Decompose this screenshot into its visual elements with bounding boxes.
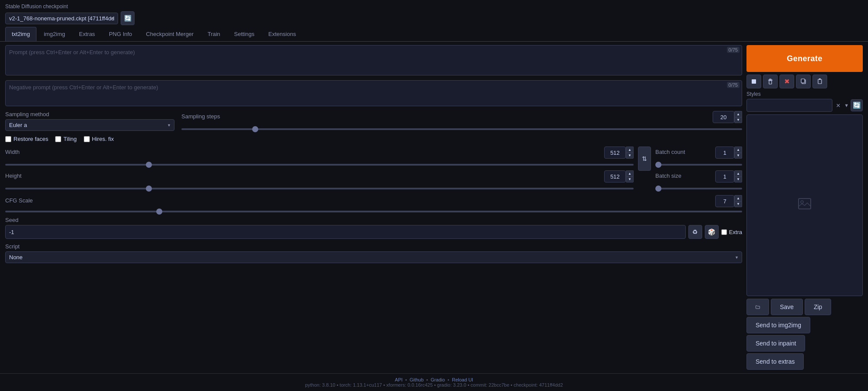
send-to-extras-btn[interactable]: Send to extras (746, 353, 804, 370)
negative-prompt-textarea[interactable] (5, 80, 742, 106)
tab-train[interactable]: Train (201, 27, 227, 41)
negative-prompt-counter: 0/75 (727, 82, 740, 88)
batch-size-value: ▲ ▼ (715, 170, 742, 182)
script-section: Script None (5, 243, 742, 263)
copy-btn[interactable] (796, 75, 811, 88)
sampling-steps-value: ▲ ▼ (713, 111, 742, 123)
width-input[interactable] (604, 147, 626, 159)
checkpoint-label: Stable Diffusion checkpoint (5, 3, 863, 10)
image-preview (746, 114, 863, 296)
cfg-up[interactable]: ▲ (734, 195, 742, 201)
width-up[interactable]: ▲ (626, 147, 634, 153)
batch-count-slider[interactable] (655, 164, 742, 166)
width-down[interactable]: ▼ (626, 153, 634, 159)
right-panel: Generate ✖ (746, 45, 863, 370)
width-slider[interactable] (5, 164, 634, 166)
left-panel: 0/75 0/75 Sampling method Euler a (5, 45, 742, 370)
extra-checkbox[interactable]: Extra (721, 229, 742, 235)
footer-api-link[interactable]: API (395, 377, 403, 382)
height-value: ▲ ▼ (604, 170, 634, 182)
interrupt-btn[interactable] (746, 75, 761, 88)
seed-input[interactable] (5, 225, 686, 239)
batch-count-down[interactable]: ▼ (734, 153, 742, 159)
batch-count-value: ▲ ▼ (715, 147, 742, 159)
seed-section: Seed ♻ 🎲 Extra (5, 217, 742, 239)
checkpoint-select[interactable]: v2-1_768-nonema-pruned.ckpt [4711ff4dd2] (5, 13, 118, 24)
styles-apply-btn[interactable]: 🔄 (851, 99, 863, 111)
batch-size-down[interactable]: ▼ (734, 176, 742, 182)
footer-reload-ui-link[interactable]: Reload UI (452, 377, 473, 382)
height-section: Height ▲ ▼ (5, 170, 634, 191)
height-input[interactable] (604, 170, 626, 182)
send-to-inpaint-btn[interactable]: Send to inpaint (746, 335, 805, 352)
tab-extensions[interactable]: Extensions (262, 27, 302, 41)
prompt-wrapper: 0/75 (5, 45, 742, 77)
generate-btn[interactable]: Generate (746, 45, 863, 72)
batch-size-input[interactable] (715, 170, 734, 182)
styles-label: Styles (746, 91, 863, 97)
interrupt-icon (750, 78, 757, 85)
extra-label: Extra (729, 229, 742, 235)
footer-gradio-link[interactable]: Gradio (431, 377, 445, 382)
tab-extras[interactable]: Extras (72, 27, 102, 41)
sampling-steps-slider[interactable] (181, 128, 742, 130)
styles-input-row: ✕ ▼ 🔄 (746, 99, 863, 112)
red-x-btn[interactable]: ✖ (779, 75, 794, 88)
prompt-textarea[interactable] (5, 45, 742, 75)
cfg-input[interactable] (715, 195, 734, 207)
styles-input[interactable] (746, 99, 832, 112)
tab-txt2img[interactable]: txt2img (5, 27, 36, 41)
height-up[interactable]: ▲ (626, 170, 634, 176)
trash-btn[interactable] (763, 75, 778, 88)
batch-size-up[interactable]: ▲ (734, 170, 742, 176)
styles-section: Styles ✕ ▼ 🔄 (746, 91, 863, 112)
tab-checkpoint-merger[interactable]: Checkpoint Merger (139, 27, 200, 41)
height-label: Height (5, 173, 22, 179)
seed-recycle-btn[interactable]: 🎲 (705, 225, 719, 239)
batch-count-input[interactable] (715, 147, 734, 159)
image-placeholder-icon (798, 197, 812, 214)
height-down[interactable]: ▼ (626, 176, 634, 182)
batch-count-label: Batch count (655, 149, 685, 155)
cfg-slider[interactable] (5, 211, 742, 212)
styles-clear-btn[interactable]: ✕ (834, 101, 842, 110)
hires-fix-checkbox[interactable]: Hires. fix (84, 136, 114, 142)
seed-reset-btn[interactable]: ♻ (688, 225, 702, 239)
sampling-method-col: Sampling method Euler a (5, 111, 174, 131)
save-btn[interactable]: Save (771, 299, 803, 315)
send-to-img2img-btn[interactable]: Send to img2img (746, 317, 810, 333)
restore-faces-checkbox[interactable]: Restore faces (5, 136, 48, 142)
swap-dimensions-btn[interactable]: ⇅ (638, 147, 651, 171)
sampling-steps-down[interactable]: ▼ (734, 117, 742, 123)
sampling-method-label: Sampling method (5, 111, 174, 117)
footer-links: API • Github • Gradio • Reload UI (5, 377, 863, 382)
sampling-method-wrapper: Euler a (5, 119, 174, 131)
batch-size-slider[interactable] (655, 188, 742, 189)
script-label: Script (5, 243, 742, 250)
sampling-steps-up[interactable]: ▲ (734, 111, 742, 117)
sampling-steps-input[interactable] (713, 111, 734, 123)
tab-settings[interactable]: Settings (227, 27, 261, 41)
tiling-label: Tiling (63, 136, 77, 142)
tab-img2img[interactable]: img2img (37, 27, 72, 41)
zip-btn[interactable]: Zip (805, 299, 831, 315)
batch-size-spinners: ▲ ▼ (734, 170, 742, 182)
svg-rect-3 (769, 79, 771, 80)
width-spinners: ▲ ▼ (626, 147, 634, 159)
svg-rect-1 (769, 81, 772, 84)
batch-section: Batch count ▲ ▼ (655, 147, 742, 191)
footer: API • Github • Gradio • Reload UI python… (0, 373, 868, 391)
height-slider[interactable] (5, 188, 634, 189)
footer-github-link[interactable]: Github (410, 377, 424, 382)
sampling-method-select[interactable]: Euler a (5, 119, 174, 131)
tiling-checkbox[interactable]: Tiling (55, 136, 77, 142)
refresh-checkpoint-btn[interactable]: 🔄 (121, 11, 135, 25)
paste-btn[interactable] (812, 75, 827, 88)
tab-png-info[interactable]: PNG Info (102, 27, 138, 41)
script-select[interactable]: None (5, 251, 742, 263)
cfg-down[interactable]: ▼ (734, 201, 742, 207)
cfg-label: CFG Scale (5, 197, 33, 204)
open-folder-btn[interactable] (746, 299, 769, 315)
styles-dropdown-btn[interactable]: ▼ (844, 103, 849, 108)
batch-count-up[interactable]: ▲ (734, 147, 742, 153)
